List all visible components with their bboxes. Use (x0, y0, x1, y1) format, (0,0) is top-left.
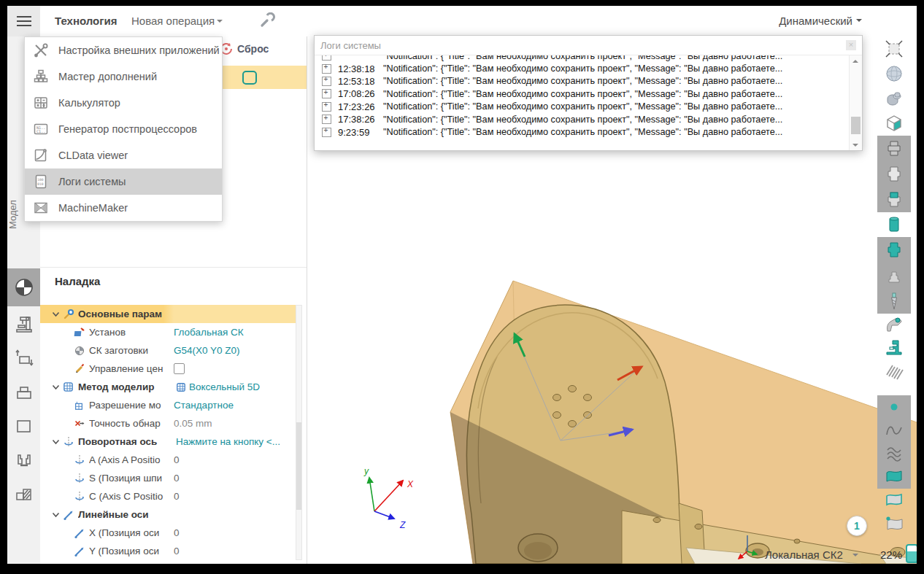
logs-scrollbar[interactable] (849, 55, 862, 150)
tree-scrollbar-thumb[interactable] (296, 422, 301, 510)
csys-triad-icon (736, 530, 761, 562)
log-row[interactable]: 12:38:18 "Notification": {"Title": "Вам … (322, 62, 850, 74)
chevron-down-icon (856, 19, 862, 25)
tree-row-axis-c[interactable]: C (Axis C Positio 0 (40, 487, 297, 505)
new-operation-dropdown[interactable]: Новая операция (131, 15, 215, 27)
reset-button[interactable]: Сброс (220, 42, 269, 55)
tree-row-stock-csys[interactable]: СК заготовки G54(X0 Y0 Z0) (40, 341, 297, 360)
tree-row-simulation-method[interactable]: Метод моделир Воксельный 5D (40, 378, 297, 396)
tree-row-model-resolution[interactable]: Разрешение мо Стандартное (40, 396, 297, 414)
chevron-expanded-icon[interactable] (52, 436, 63, 447)
linear-axis-icon (74, 546, 89, 557)
tab-technology[interactable]: Технология (55, 15, 117, 27)
scroll-down-icon[interactable] (850, 140, 861, 150)
workpiece-teal-button[interactable] (877, 237, 911, 263)
expand-plus-icon[interactable] (322, 115, 331, 124)
tab-machine[interactable] (7, 306, 40, 341)
menu-item-addons-wizard[interactable]: Мастер дополнений (25, 63, 222, 90)
log-row[interactable]: 9:23:59 "Notification": {"Title": "Вам н… (322, 125, 850, 138)
expand-plus-icon[interactable] (322, 128, 331, 137)
drill-tool-button[interactable] (877, 288, 911, 314)
menu-item-machinemaker[interactable]: MachineMaker (25, 195, 222, 221)
calculator-icon (32, 94, 50, 112)
tab-material-section[interactable] (7, 478, 40, 512)
expand-plus-icon[interactable] (322, 89, 331, 98)
dome-part-button[interactable] (877, 263, 911, 288)
chevron-expanded-icon[interactable] (52, 309, 63, 319)
close-icon[interactable] (846, 40, 856, 50)
tab-fixture[interactable] (7, 443, 40, 478)
log-row[interactable]: 17:08:26 "Notification": {"Title": "Вам … (322, 88, 850, 100)
expand-plus-icon[interactable] (322, 102, 331, 112)
fit-view-button[interactable] (877, 36, 911, 61)
tree-row-axis-s[interactable]: S (Позиция шпи 0 (40, 469, 297, 487)
document-binary-icon: 100 010 (32, 173, 50, 190)
document-curve-icon (32, 147, 50, 164)
flag-half-button[interactable] (877, 489, 911, 512)
expand-plus-icon[interactable] (322, 77, 331, 86)
isometric-view-button[interactable] (877, 111, 911, 136)
logs-scrollbar-thumb[interactable] (851, 117, 861, 134)
tab-setup-datum[interactable] (7, 268, 40, 306)
settings-wrench-icon[interactable] (259, 12, 275, 28)
stock-cylinder-button[interactable] (877, 212, 911, 237)
surface-waves-button[interactable] (877, 442, 911, 465)
tree-row-axis-y[interactable]: Y (Позиция оси 0 (40, 542, 297, 560)
chevron-down-icon[interactable] (852, 554, 858, 559)
log-row[interactable]: 17:38:26 "Notification": {"Title": "Вам … (322, 113, 850, 125)
tree-row-center-control[interactable]: Управление цен (40, 360, 297, 378)
tab-stock[interactable] (7, 341, 40, 375)
machine-head-button[interactable] (877, 314, 911, 336)
point-marker-icon (883, 397, 905, 417)
center-control-checkbox[interactable] (174, 363, 185, 374)
spline-curve-icon (883, 420, 905, 441)
sphere-view-button[interactable] (877, 61, 911, 86)
tree-scrollbar[interactable] (296, 305, 302, 560)
hamburger-icon (17, 14, 31, 29)
notification-badge[interactable]: 1 (847, 516, 867, 536)
log-row[interactable]: 17:23:26 "Notification": {"Title": "Вам … (322, 101, 850, 113)
system-logs-header[interactable]: Логи системы (315, 36, 862, 55)
shaded-model-icon (883, 88, 905, 109)
chevron-expanded-icon[interactable] (52, 509, 63, 520)
tab-plane[interactable] (7, 409, 40, 443)
tree-row-collision-tolerance[interactable]: Точность обнар 0.05 mm (40, 414, 297, 433)
scroll-up-icon[interactable] (850, 55, 861, 66)
tree-row-axis-x[interactable]: X (Позиция оси 0 (40, 524, 297, 542)
chevron-expanded-icon[interactable] (52, 381, 63, 392)
menu-item-system-logs[interactable]: 100 010 Логи системы (25, 168, 222, 195)
fit-view-icon (883, 39, 905, 59)
viewport-3d[interactable]: y X Z (307, 277, 917, 564)
menu-item-calculator[interactable]: Калькулятор (25, 90, 222, 116)
view-mode-dropdown[interactable]: Динамический (779, 15, 862, 27)
shaded-model-button[interactable] (877, 86, 911, 111)
flag-active-button[interactable] (877, 465, 911, 489)
workpiece-teal-top-button[interactable] (877, 187, 911, 212)
menu-item-postprocessor-generator[interactable]: N1.. C1.. Генератор постпроцессоров (25, 116, 222, 142)
workpiece-wireframe-icon (883, 139, 905, 159)
tree-row-setup[interactable]: Установ Глобальная СК (40, 323, 297, 341)
tab-part[interactable] (7, 375, 40, 409)
triad-y-label: y (363, 466, 369, 476)
point-marker-button[interactable] (877, 395, 911, 419)
tree-row-rotary-axis[interactable]: Поворотная ось Нажмите на кнопку <... (40, 433, 297, 451)
application-window: y X Z Модел (0, 0, 924, 574)
menu-item-external-apps[interactable]: Настройка внешних приложений (25, 37, 222, 63)
tree-row-linear-axes[interactable]: Линейные оси (40, 505, 297, 524)
toolpath-hatch-button[interactable] (877, 359, 911, 382)
workpiece-shaded-button[interactable] (877, 161, 911, 187)
log-row[interactable]: 12:53:18 "Notification": {"Title": "Вам … (322, 75, 850, 88)
machine-button[interactable] (877, 336, 911, 359)
workpiece-wireframe-button[interactable] (877, 136, 911, 161)
menu-item-cldata-viewer[interactable]: CLData viewer (25, 142, 222, 168)
spline-curve-button[interactable] (877, 419, 911, 442)
local-csys-dropdown[interactable]: Локальная СК2 (765, 548, 843, 561)
flag-numbered-button[interactable] (877, 512, 911, 535)
tree-row-axis-a[interactable]: A (Axis A Positio 0 (40, 451, 297, 469)
expand-plus-icon[interactable] (322, 55, 331, 61)
linear-axis-icon (63, 509, 78, 521)
expand-plus-icon[interactable] (322, 64, 331, 74)
hamburger-menu-button[interactable] (7, 6, 40, 36)
log-row-clipped[interactable]: "Notification": {"Title": "Вам необходим… (322, 55, 850, 62)
tree-row-main-params[interactable]: Основные парам (40, 305, 297, 323)
